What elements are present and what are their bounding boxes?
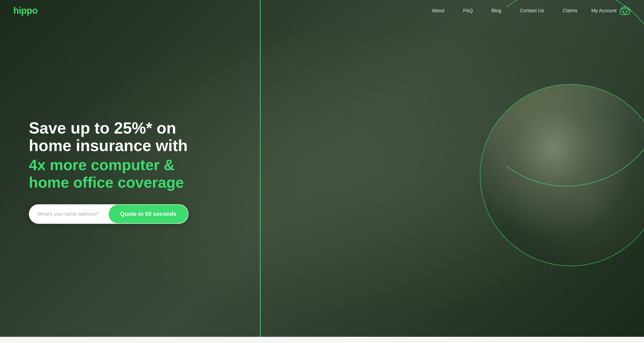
nav-item-blog[interactable]: Blog [482,8,510,14]
main-nav: hippo About FAQ Blog Contact Us Claims M… [0,0,644,21]
nav-links: About FAQ Blog Contact Us Claims [422,8,587,14]
hero-heading-white: Save up to 25%* on home insurance with [29,119,202,154]
svg-rect-6 [624,6,626,8]
svg-point-1 [622,11,624,13]
hero-section: hippo About FAQ Blog Contact Us Claims M… [0,0,644,343]
quote-button[interactable]: Quote in 60 seconds [109,205,188,223]
nav-item-contact[interactable]: Contact Us [510,8,553,14]
nav-link-faq[interactable]: FAQ [454,8,482,13]
decorative-vertical-line [260,0,260,343]
nav-link-blog[interactable]: Blog [482,8,510,13]
hippo-account-icon[interactable] [619,6,631,16]
my-account-label[interactable]: My Account [591,8,616,14]
nav-link-about[interactable]: About [422,8,454,13]
search-bar: Quote in 60 seconds [29,204,188,224]
brand-logo[interactable]: hippo [13,5,38,16]
hero-heading-green: 4x more computer & home office coverage [29,156,202,191]
svg-rect-3 [624,13,626,14]
svg-point-4 [621,8,622,10]
nav-item-about[interactable]: About [422,8,454,14]
address-input[interactable] [29,204,108,224]
svg-point-5 [628,8,629,10]
nav-item-claims[interactable]: Claims [553,8,587,14]
bottom-strip [0,337,644,343]
nav-item-faq[interactable]: FAQ [454,8,482,14]
hero-content: Save up to 25%* on home insurance with 4… [29,119,202,224]
nav-link-contact[interactable]: Contact Us [510,8,553,13]
nav-account[interactable]: My Account [587,6,631,16]
nav-link-claims[interactable]: Claims [553,8,587,13]
svg-point-2 [626,11,628,13]
